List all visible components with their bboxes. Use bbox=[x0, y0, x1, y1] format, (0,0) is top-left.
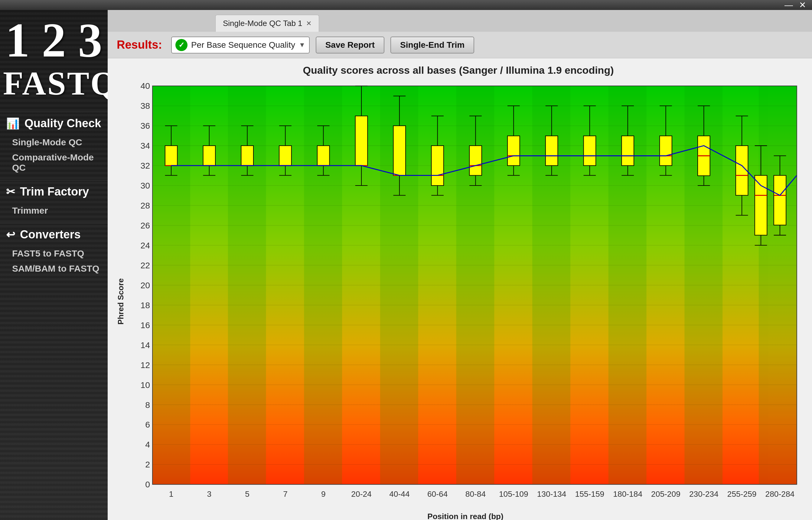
y-tick-16: 16 bbox=[140, 320, 150, 330]
svg-rect-99 bbox=[660, 136, 672, 165]
svg-rect-69 bbox=[431, 146, 444, 185]
chart-inner: 40 38 36 34 32 30 28 26 24 22 bbox=[128, 79, 803, 520]
chart-svg: 40 38 36 34 32 30 28 26 24 22 bbox=[128, 79, 803, 510]
svg-rect-84 bbox=[546, 136, 558, 165]
x-label-7: 7 bbox=[283, 490, 288, 498]
svg-rect-44 bbox=[241, 146, 253, 165]
x-label-130-134: 130-134 bbox=[537, 490, 566, 498]
results-dropdown[interactable]: ✓ Per Base Sequence Quality ▼ bbox=[171, 36, 310, 53]
converters-section: ↩ Converters FAST5 to FASTQ SAM/BAM to F… bbox=[0, 223, 108, 281]
toolbar: Results: ✓ Per Base Sequence Quality ▼ S… bbox=[108, 32, 812, 58]
x-label-3: 3 bbox=[207, 490, 212, 498]
y-tick-32: 32 bbox=[140, 161, 150, 171]
quality-check-label: Quality Check bbox=[24, 117, 101, 130]
y-tick-26: 26 bbox=[140, 220, 150, 230]
y-tick-0: 0 bbox=[145, 479, 150, 489]
x-label-230-234: 230-234 bbox=[689, 490, 718, 498]
y-tick-6: 6 bbox=[145, 420, 150, 430]
x-label-205-209: 205-209 bbox=[651, 490, 681, 498]
x-label-180-184: 180-184 bbox=[613, 490, 642, 498]
y-tick-14: 14 bbox=[140, 340, 150, 350]
chart-title: Quality scores across all bases (Sanger … bbox=[114, 64, 803, 76]
y-tick-38: 38 bbox=[140, 101, 150, 111]
x-label-255-259: 255-259 bbox=[727, 490, 757, 498]
single-end-trim-button[interactable]: Single-End Trim bbox=[390, 36, 474, 53]
trim-factory-title: ✂ Trim Factory bbox=[6, 185, 102, 198]
tab-label: Single-Mode QC Tab 1 bbox=[223, 19, 302, 28]
y-tick-30: 30 bbox=[140, 181, 150, 190]
svg-rect-49 bbox=[279, 146, 292, 165]
converters-title: ↩ Converters bbox=[6, 228, 102, 241]
y-tick-22: 22 bbox=[140, 260, 150, 270]
x-label-40-44: 40-44 bbox=[389, 490, 410, 498]
quality-check-section: 📊 Quality Check Single-Mode QC Comparati… bbox=[0, 112, 108, 180]
x-axis-label: Position in read (bp) bbox=[128, 510, 803, 520]
svg-rect-74 bbox=[469, 146, 482, 175]
bar-chart-icon: 📊 bbox=[6, 117, 20, 130]
check-icon: ✓ bbox=[175, 39, 188, 51]
x-label-1: 1 bbox=[169, 490, 174, 498]
x-label-80-84: 80-84 bbox=[465, 490, 486, 498]
y-tick-40: 40 bbox=[140, 81, 150, 90]
svg-rect-79 bbox=[508, 136, 520, 165]
x-label-105-109: 105-109 bbox=[499, 490, 528, 498]
tab-bar: Single-Mode QC Tab 1 ✕ bbox=[108, 10, 812, 32]
y-tick-24: 24 bbox=[140, 240, 150, 250]
content-area: Results: ✓ Per Base Sequence Quality ▼ S… bbox=[108, 32, 812, 520]
save-report-button[interactable]: Save Report bbox=[316, 36, 385, 53]
svg-rect-119 bbox=[774, 176, 786, 225]
logo-area: 1 2 3 FASTQ bbox=[0, 10, 108, 112]
logo-fastq: FASTQ bbox=[3, 64, 105, 103]
title-bar: — ✕ bbox=[0, 0, 812, 10]
y-tick-36: 36 bbox=[140, 121, 150, 131]
y-tick-4: 4 bbox=[145, 440, 150, 449]
tab-close-icon[interactable]: ✕ bbox=[306, 20, 312, 27]
trim-factory-label: Trim Factory bbox=[20, 185, 89, 198]
trim-factory-section: ✂ Trim Factory Trimmer bbox=[0, 180, 108, 223]
y-tick-12: 12 bbox=[140, 360, 150, 370]
chart-container: Quality scores across all bases (Sanger … bbox=[108, 58, 812, 520]
sidebar: 1 2 3 FASTQ 📊 Quality Check Single-Mode … bbox=[0, 10, 108, 520]
y-tick-28: 28 bbox=[140, 201, 150, 210]
svg-rect-114 bbox=[755, 176, 767, 235]
svg-rect-39 bbox=[203, 146, 216, 165]
y-tick-8: 8 bbox=[145, 400, 150, 410]
chart-wrapper: Phred Score bbox=[114, 79, 803, 520]
tab-single-mode-qc[interactable]: Single-Mode QC Tab 1 ✕ bbox=[215, 15, 319, 32]
results-label: Results: bbox=[117, 38, 162, 51]
x-label-155-159: 155-159 bbox=[575, 490, 605, 498]
scissors-icon: ✂ bbox=[6, 185, 15, 198]
sidebar-item-fast5-to-fastq[interactable]: FAST5 to FASTQ bbox=[6, 246, 102, 261]
y-tick-10: 10 bbox=[140, 380, 150, 390]
svg-rect-94 bbox=[621, 136, 634, 165]
svg-rect-34 bbox=[165, 146, 177, 165]
dropdown-text: Per Base Sequence Quality bbox=[191, 40, 295, 50]
svg-rect-64 bbox=[393, 126, 406, 175]
sidebar-item-trimmer[interactable]: Trimmer bbox=[6, 203, 102, 218]
y-axis-label: Phred Score bbox=[114, 278, 128, 324]
x-label-280-284: 280-284 bbox=[765, 490, 795, 498]
x-label-9: 9 bbox=[321, 490, 326, 498]
sidebar-item-comparative-mode-qc[interactable]: Comparative-Mode QC bbox=[6, 150, 102, 175]
svg-rect-59 bbox=[355, 116, 368, 165]
y-tick-18: 18 bbox=[140, 300, 150, 310]
svg-rect-54 bbox=[317, 146, 330, 165]
quality-check-title: 📊 Quality Check bbox=[6, 117, 102, 130]
main-layout: 1 2 3 FASTQ 📊 Quality Check Single-Mode … bbox=[0, 10, 812, 520]
logo-numbers: 1 2 3 bbox=[3, 16, 105, 64]
convert-icon: ↩ bbox=[6, 228, 15, 241]
close-button[interactable]: ✕ bbox=[799, 0, 806, 10]
x-label-60-64: 60-64 bbox=[427, 490, 448, 498]
y-tick-34: 34 bbox=[140, 141, 150, 151]
y-tick-20: 20 bbox=[140, 280, 150, 290]
sidebar-item-single-mode-qc[interactable]: Single-Mode QC bbox=[6, 135, 102, 150]
chart-plot-area: 40 38 36 34 32 30 28 26 24 22 bbox=[128, 79, 803, 510]
x-label-5: 5 bbox=[245, 490, 249, 498]
minimize-button[interactable]: — bbox=[785, 0, 793, 10]
converters-label: Converters bbox=[20, 228, 81, 241]
dropdown-arrow-icon: ▼ bbox=[299, 41, 305, 49]
sidebar-item-sam-bam-to-fastq[interactable]: SAM/BAM to FASTQ bbox=[6, 261, 102, 276]
y-tick-2: 2 bbox=[145, 460, 150, 469]
svg-rect-89 bbox=[584, 136, 596, 165]
x-label-20-24: 20-24 bbox=[351, 490, 371, 498]
